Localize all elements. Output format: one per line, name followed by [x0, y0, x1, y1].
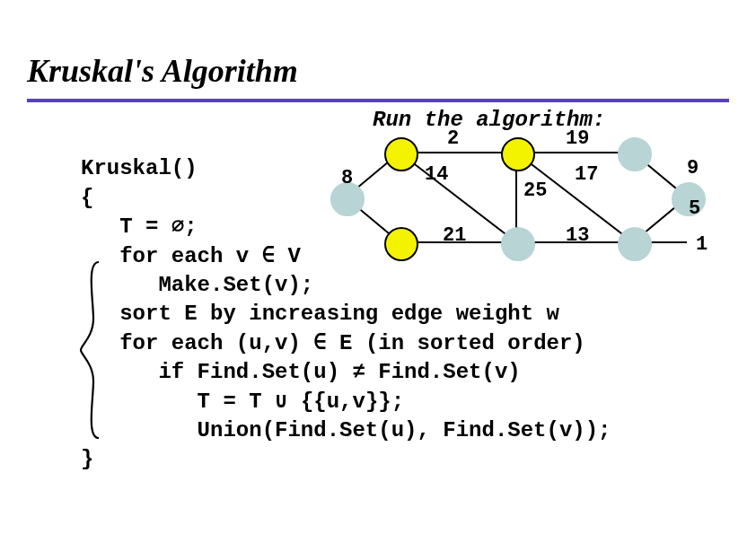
slide-title: Kruskal's Algorithm — [27, 52, 298, 90]
graph-node-c — [618, 137, 652, 171]
edge-weight-9: 9 — [687, 157, 699, 179]
edge-weight-14: 14 — [425, 163, 448, 186]
code-line-9: T = T ∪ {{u,v}}; — [81, 390, 404, 414]
code-line-1: Kruskal() — [81, 156, 198, 180]
edge-weight-1: 1 — [696, 233, 708, 256]
edge-weight-8: 8 — [341, 167, 353, 189]
graph-node-g — [618, 227, 652, 261]
code-line-5: Make.Set(v); — [81, 273, 313, 297]
edge-weight-19: 19 — [566, 127, 589, 150]
code-line-2: { — [81, 186, 93, 210]
edge-weight-21: 21 — [443, 224, 466, 247]
edge-weight-2: 2 — [447, 127, 459, 150]
code-line-8: if Find.Set(u) ≠ Find.Set(v) — [81, 360, 521, 384]
code-line-7: for each (u,v) ∈ E (in sorted order) — [81, 331, 585, 355]
graph-node-e — [384, 227, 418, 261]
brace-icon — [79, 260, 106, 440]
code-line-11: } — [81, 447, 93, 471]
edge-weight-13: 13 — [566, 224, 589, 247]
graph: Run the algorithm: — [346, 108, 741, 260]
graph-node-f — [501, 227, 535, 261]
graph-node-b — [501, 137, 535, 171]
edge-weight-5: 5 — [689, 197, 700, 220]
code-line-4: for each v ∈ V — [81, 244, 301, 268]
code-line-3: T = ∅; — [81, 214, 198, 239]
edge-weight-25: 25 — [523, 179, 547, 202]
code-line-6: sort E by increasing edge weight w — [81, 302, 559, 326]
title-underline — [27, 99, 729, 102]
edge-weight-17: 17 — [575, 163, 598, 186]
code-line-10: Union(Find.Set(u), Find.Set(v)); — [81, 418, 611, 442]
slide: Kruskal's Algorithm Kruskal() { T = ∅; f… — [0, 0, 756, 534]
graph-node-a — [384, 137, 418, 171]
